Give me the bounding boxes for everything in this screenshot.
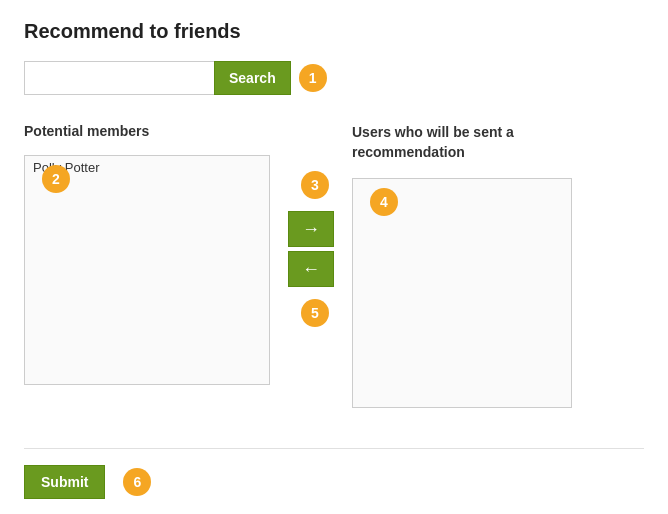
potential-members-header: Potential members [24,123,270,147]
search-input[interactable] [24,61,214,95]
search-button[interactable]: Search [214,61,291,95]
page-title: Recommend to friends [24,20,644,43]
recommendation-badge: 4 [370,188,398,216]
right-panel: Users who will be sent a recommendation … [352,123,572,408]
search-row: Search 1 [24,61,644,95]
left-panel: Potential members 2 Polly Potter [24,123,270,385]
submit-row: Submit 6 [24,448,644,499]
potential-members-label: Potential members [24,123,149,139]
move-left-button[interactable]: ← [288,251,334,287]
middle-controls: 3 → ← 5 [270,171,352,327]
move-right-button[interactable]: → [288,211,334,247]
controls-badge-top: 3 [301,171,329,199]
recommendation-label: Users who will be sent a recommendation [352,123,514,162]
recommendation-header: Users who will be sent a recommendation [352,123,572,170]
submit-button[interactable]: Submit [24,465,105,499]
potential-members-badge: 2 [42,165,70,193]
controls-badge-bottom: 5 [301,299,329,327]
search-badge: 1 [299,64,327,92]
submit-badge: 6 [123,468,151,496]
main-content: Potential members 2 Polly Potter 3 → ← 5… [24,123,644,408]
